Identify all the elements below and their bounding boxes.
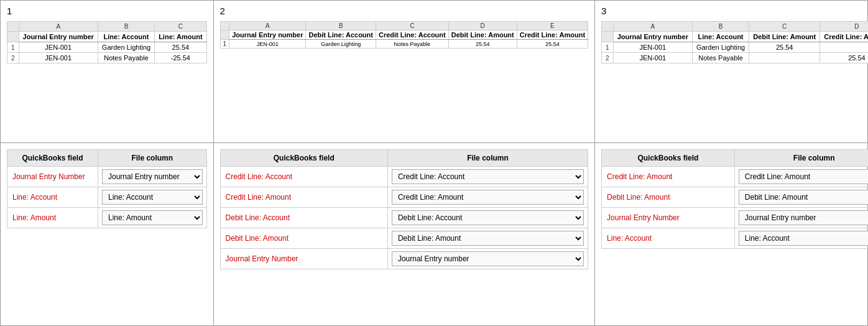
spreadsheet-header: Debit Line: Account — [306, 30, 376, 40]
mapping-table-1: QuickBooks fieldFile columnJournal Entry… — [7, 149, 207, 228]
spreadsheet-table-2: ABCDEJournal Entry numberDebit Line: Acc… — [220, 21, 588, 49]
panel-number-1: 1 — [1, 1, 213, 19]
spreadsheet-table-3: ABCDJournal Entry numberLine: AccountDeb… — [601, 21, 868, 63]
quickbooks-field-label: Debit Line: Account — [220, 208, 387, 228]
table-cell: 25.54 — [448, 40, 517, 49]
mapping-header: QuickBooks field — [220, 150, 387, 167]
quickbooks-field-label: Credit Line: Amount — [220, 187, 387, 208]
col-letter-D: D — [448, 22, 517, 30]
file-column-dropdown[interactable]: Journal Entry number — [392, 251, 584, 266]
spreadsheet-header: Journal Entry number — [229, 30, 306, 40]
list-item: Line: AccountLine: Account — [602, 228, 868, 249]
bottom-section-3: QuickBooks fieldFile columnCredit Line: … — [595, 143, 868, 325]
file-column-dropdown[interactable]: Credit Line: Amount — [392, 190, 584, 205]
table-cell: -25.54 — [155, 53, 206, 63]
bottom-section-1: QuickBooks fieldFile columnJournal Entry… — [1, 143, 213, 325]
col-letter-B: B — [306, 22, 376, 30]
table-cell: 25.54 — [749, 42, 820, 53]
table-cell: JEN-001 — [613, 42, 692, 53]
spreadsheet-table-1: ABCJournal Entry numberLine: AccountLine… — [7, 21, 207, 63]
list-item: Line: AmountLine: Amount — [7, 208, 207, 228]
table-row: 1JEN-001Garden Lighting25.54 — [7, 42, 207, 53]
col-letter-B: B — [98, 22, 154, 32]
table-cell: JEN-001 — [19, 53, 98, 63]
col-letter-B: B — [692, 22, 749, 32]
spreadsheet-header: Journal Entry number — [613, 32, 692, 42]
file-column-cell: Debit Line: Account — [387, 208, 588, 228]
file-column-dropdown[interactable]: Journal Entry number — [739, 210, 868, 225]
file-column-dropdown[interactable]: Debit Line: Amount — [739, 190, 868, 205]
list-item: Journal Entry NumberJournal Entry number — [7, 167, 207, 187]
file-column-cell: Debit Line: Amount — [387, 228, 588, 249]
mapping-header: File column — [734, 150, 868, 167]
quickbooks-field-label: Line: Account — [602, 228, 735, 249]
file-column-cell: Journal Entry number — [734, 208, 868, 228]
file-column-dropdown[interactable]: Debit Line: Amount — [392, 231, 584, 246]
file-column-cell: Credit Line: Amount — [734, 167, 868, 187]
table-row: 1JEN-001Garden Lighting25.54 — [602, 42, 868, 53]
quickbooks-field-label: Line: Amount — [7, 208, 98, 228]
mapping-table-3: QuickBooks fieldFile columnCredit Line: … — [601, 149, 868, 249]
table-row: 2JEN-001Notes Payable25.54 — [602, 53, 868, 63]
file-column-dropdown[interactable]: Credit Line: Account — [392, 169, 584, 184]
table-cell: JEN-001 — [229, 40, 306, 49]
quickbooks-field-label: Line: Account — [7, 187, 98, 208]
col-letter-A: A — [229, 22, 306, 30]
quickbooks-field-label: Journal Entry Number — [602, 208, 735, 228]
table-row: 1JEN-001Garden LightingNotes Payable25.5… — [220, 40, 588, 49]
col-letter-D: D — [820, 22, 868, 32]
file-column-dropdown[interactable]: Credit Line: Amount — [739, 169, 868, 184]
quickbooks-field-label: Debit Line: Amount — [602, 187, 735, 208]
main-container: 1ABCJournal Entry numberLine: AccountLin… — [0, 0, 868, 326]
top-section-3: ABCDJournal Entry numberLine: AccountDeb… — [595, 19, 868, 143]
mapping-header: File column — [387, 150, 588, 167]
panel-1: 1ABCJournal Entry numberLine: AccountLin… — [1, 1, 214, 325]
mapping-header: File column — [98, 150, 206, 167]
panel-2: 2ABCDEJournal Entry numberDebit Line: Ac… — [214, 1, 595, 325]
table-cell — [749, 53, 820, 63]
quickbooks-field-label: Credit Line: Account — [220, 167, 387, 187]
panel-number-3: 3 — [595, 1, 868, 19]
table-cell: 25.54 — [517, 40, 588, 49]
file-column-dropdown[interactable]: Line: Amount — [102, 210, 203, 225]
table-cell: 25.54 — [155, 42, 206, 53]
panel-3: 3ABCDJournal Entry numberLine: AccountDe… — [595, 1, 868, 325]
bottom-section-2: QuickBooks fieldFile columnCredit Line: … — [214, 143, 594, 325]
col-letter-C: C — [155, 22, 206, 32]
col-letter-A: A — [19, 22, 98, 32]
file-column-dropdown[interactable]: Journal Entry number — [102, 169, 203, 184]
table-cell: Notes Payable — [376, 40, 448, 49]
quickbooks-field-label: Debit Line: Amount — [220, 228, 387, 249]
list-item: Debit Line: AmountDebit Line: Amount — [220, 228, 588, 249]
col-letter-A: A — [613, 22, 692, 32]
list-item: Credit Line: AccountCredit Line: Account — [220, 167, 588, 187]
file-column-dropdown[interactable]: Line: Account — [739, 231, 868, 246]
spreadsheet-header: Journal Entry number — [19, 32, 98, 42]
panel-number-2: 2 — [214, 1, 594, 19]
spreadsheet-header: Credit Line: Amount — [517, 30, 588, 40]
mapping-table-2: QuickBooks fieldFile columnCredit Line: … — [220, 149, 588, 269]
spreadsheet-header: Credit Line: Account — [376, 30, 448, 40]
file-column-cell: Line: Account — [98, 187, 206, 208]
file-column-dropdown[interactable]: Line: Account — [102, 190, 203, 205]
spreadsheet-header: Credit Line: Amount — [820, 32, 868, 42]
table-cell: Notes Payable — [98, 53, 154, 63]
table-cell: Garden Lighting — [692, 42, 749, 53]
spreadsheet-header: Line: Account — [692, 32, 749, 42]
table-cell: Notes Payable — [692, 53, 749, 63]
quickbooks-field-label: Credit Line: Amount — [602, 167, 735, 187]
file-column-cell: Journal Entry number — [387, 249, 588, 269]
table-row: 2JEN-001Notes Payable-25.54 — [7, 53, 207, 63]
mapping-header: QuickBooks field — [602, 150, 735, 167]
file-column-cell: Debit Line: Amount — [734, 187, 868, 208]
quickbooks-field-label: Journal Entry Number — [7, 167, 98, 187]
table-cell — [820, 42, 868, 53]
file-column-dropdown[interactable]: Debit Line: Account — [392, 210, 584, 225]
list-item: Journal Entry NumberJournal Entry number — [602, 208, 868, 228]
list-item: Debit Line: AccountDebit Line: Account — [220, 208, 588, 228]
file-column-cell: Journal Entry number — [98, 167, 206, 187]
table-cell: Garden Lighting — [306, 40, 376, 49]
list-item: Credit Line: AmountCredit Line: Amount — [602, 167, 868, 187]
file-column-cell: Credit Line: Account — [387, 167, 588, 187]
file-column-cell: Credit Line: Amount — [387, 187, 588, 208]
